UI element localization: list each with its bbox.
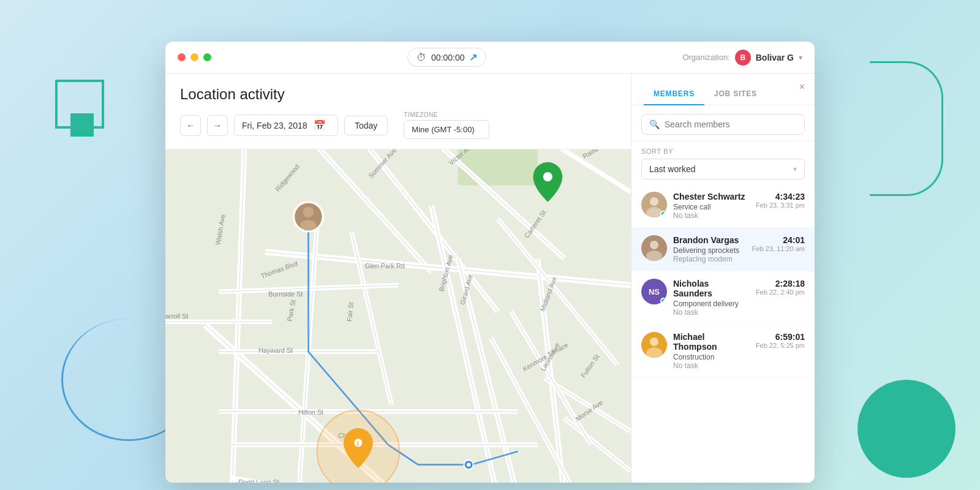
org-area: Organization: B Bolivar G ▾ (682, 50, 802, 66)
member-time: 4:34:23 Feb 23, 3:31 pm (756, 192, 805, 209)
member-info: Michael Thompson Construction No task (673, 332, 750, 370)
avatar (641, 332, 667, 358)
tab-members[interactable]: MEMBERS (644, 83, 704, 105)
time-value: 6:59:01 (756, 332, 805, 342)
timer-value: 00:00:00 (431, 53, 465, 62)
time-date: Feb 22, 5:25 pm (756, 342, 805, 349)
timer-area: ⏱ 00:00:00 ↗ (407, 48, 487, 67)
svg-point-86 (650, 337, 658, 346)
org-badge: B (735, 50, 751, 66)
panel-close-button[interactable]: × (799, 82, 805, 92)
member-subtask: No task (673, 361, 750, 370)
member-task: Service call (673, 203, 750, 211)
member-name: Chester Schwartz (673, 192, 750, 202)
member-name: Michael Thompson (673, 332, 750, 352)
svg-point-74 (467, 462, 471, 467)
svg-point-80 (650, 197, 658, 206)
calendar-icon: 📅 (314, 119, 326, 131)
time-value: 4:34:23 (756, 192, 805, 202)
tab-job-sites[interactable]: JOB SITES (704, 83, 767, 105)
search-box: 🔍 (641, 114, 805, 135)
timezone-select[interactable]: Mine (GMT -5:00) (404, 120, 489, 139)
member-item[interactable]: Michael Thompson Construction No task 6:… (631, 325, 815, 378)
avatar (641, 192, 667, 217)
window-minimize-dot[interactable] (190, 53, 198, 61)
member-info: Nicholas Saunders Component delivery No … (673, 279, 750, 317)
member-subtask: Replacing modem (673, 255, 746, 263)
member-task: Delivering sprockets (673, 246, 746, 255)
search-input[interactable] (665, 119, 797, 129)
member-subtask: No task (673, 308, 750, 317)
svg-text:Glen Park Rd: Glen Park Rd (365, 262, 405, 270)
timer-icon: ⏱ (417, 52, 426, 63)
sort-label: SORT BY (641, 148, 805, 155)
member-name: Brandon Vargas (673, 235, 746, 245)
window-controls (178, 53, 211, 61)
map-controls: ← → Fri, Feb 23, 2018 📅 Today TIMEZONE M… (180, 111, 616, 139)
window-maximize-dot[interactable] (203, 53, 211, 61)
avatar: NS (641, 279, 667, 304)
title-bar: ⏱ 00:00:00 ↗ Organization: B Bolivar G ▾ (165, 42, 815, 74)
deco-square-outline (55, 80, 104, 129)
svg-point-75 (543, 172, 552, 181)
deco-circle-green (858, 380, 956, 478)
member-item[interactable]: NS Nicholas Saunders Component delivery … (631, 271, 815, 325)
page-title: Location activity (180, 86, 616, 103)
svg-text:1: 1 (356, 440, 360, 447)
search-area: 🔍 (631, 105, 815, 141)
time-value: 24:01 (752, 235, 805, 245)
org-chevron-icon[interactable]: ▾ (799, 53, 802, 62)
member-info: Chester Schwartz Service call No task (673, 192, 750, 220)
app-window: ⏱ 00:00:00 ↗ Organization: B Bolivar G ▾… (165, 42, 815, 483)
time-date: Feb 23, 3:31 pm (756, 202, 805, 209)
member-item[interactable]: Chester Schwartz Service call No task 4:… (631, 184, 815, 228)
search-icon: 🔍 (649, 119, 660, 129)
window-close-dot[interactable] (178, 53, 186, 61)
map-area: Location activity ← → Fri, Feb 23, 2018 … (165, 74, 631, 483)
svg-text:arroll St: arroll St (165, 312, 188, 320)
panel-tabs: MEMBERS JOB SITES × (631, 74, 815, 105)
time-date: Feb 22, 2:40 pm (756, 288, 805, 296)
svg-point-77 (303, 206, 314, 217)
avatar (641, 235, 667, 261)
svg-point-83 (650, 241, 658, 249)
main-content: Location activity ← → Fri, Feb 23, 2018 … (165, 74, 815, 483)
deco-curve-right (870, 61, 943, 196)
member-task: Construction (673, 353, 750, 361)
member-name: Nicholas Saunders (673, 279, 750, 298)
date-picker[interactable]: Fri, Feb 23, 2018 📅 (234, 115, 338, 136)
sort-select[interactable]: Last worked ▾ (641, 159, 805, 179)
org-name: Bolivar G (756, 53, 794, 62)
svg-text:Burnside St: Burnside St (268, 290, 303, 298)
today-button[interactable]: Today (344, 116, 388, 135)
time-date: Feb 23, 11:20 am (752, 245, 805, 252)
members-list: Chester Schwartz Service call No task 4:… (631, 184, 815, 483)
member-time: 2:28:18 Feb 22, 2:40 pm (756, 279, 805, 296)
time-value: 2:28:18 (756, 279, 805, 288)
map-canvas[interactable]: Walsh Ave Ridgewood Sommer Ave Victor Av… (165, 141, 631, 483)
date-next-button[interactable]: → (207, 115, 228, 136)
member-time: 6:59:01 Feb 22, 5:25 pm (756, 332, 805, 349)
map-header: Location activity ← → Fri, Feb 23, 2018 … (165, 74, 631, 149)
right-panel: MEMBERS JOB SITES × 🔍 SORT BY Last worke… (631, 74, 815, 483)
svg-point-78 (300, 220, 316, 230)
sort-chevron-icon: ▾ (793, 165, 797, 173)
date-value: Fri, Feb 23, 2018 (242, 121, 307, 130)
org-label: Organization: (682, 53, 729, 62)
date-prev-button[interactable]: ← (180, 115, 201, 136)
member-task: Component delivery (673, 300, 750, 308)
member-info: Brandon Vargas Delivering sprockets Repl… (673, 235, 746, 263)
member-subtask: No task (673, 211, 750, 220)
timezone-group: TIMEZONE Mine (GMT -5:00) (404, 111, 489, 139)
svg-text:Dodd Long St: Dodd Long St (238, 478, 279, 483)
sort-area: SORT BY Last worked ▾ (631, 141, 815, 184)
timer-expand-icon[interactable]: ↗ (469, 51, 477, 63)
member-item[interactable]: Brandon Vargas Delivering sprockets Repl… (631, 228, 815, 271)
svg-text:Hilton St: Hilton St (298, 409, 323, 416)
timezone-label: TIMEZONE (404, 111, 489, 118)
deco-square-fill (70, 113, 94, 137)
member-time: 24:01 Feb 23, 11:20 am (752, 235, 805, 252)
svg-text:Hayward St: Hayward St (258, 347, 293, 354)
